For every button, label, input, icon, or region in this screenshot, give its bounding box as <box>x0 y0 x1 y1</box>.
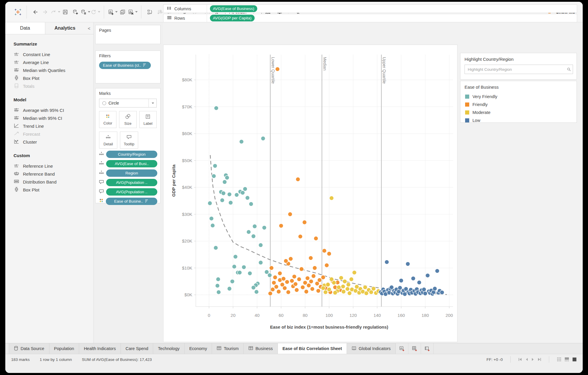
new-worksheet-tab-button[interactable] <box>396 343 408 354</box>
mark-circle[interactable] <box>268 273 272 278</box>
mark-circle[interactable] <box>209 216 214 221</box>
filter-pill[interactable]: Ease of Business (cl.. <box>99 62 151 69</box>
mark-button-color[interactable]: Color <box>99 111 116 128</box>
mark-circle[interactable] <box>332 280 336 285</box>
mark-circle[interactable] <box>214 106 218 110</box>
mark-circle[interactable] <box>307 283 311 288</box>
sheet-tab-economy[interactable]: Economy <box>185 343 212 354</box>
mark-circle[interactable] <box>216 277 220 282</box>
save-icon[interactable] <box>60 7 70 17</box>
mark-circle[interactable] <box>232 265 236 269</box>
back-arrow-icon[interactable] <box>30 7 40 17</box>
mark-circle[interactable] <box>254 290 259 294</box>
mark-circle[interactable] <box>322 249 327 253</box>
mark-circle[interactable] <box>385 260 389 264</box>
mark-circle[interactable] <box>349 277 354 282</box>
mark-circle[interactable] <box>348 291 352 295</box>
mark-circle[interactable] <box>283 286 287 290</box>
mark-circle[interactable] <box>321 275 325 280</box>
mark-circle[interactable] <box>285 280 289 284</box>
mark-circle[interactable] <box>310 287 315 291</box>
mark-circle[interactable] <box>333 290 338 295</box>
mark-circle[interactable] <box>223 180 227 184</box>
mark-circle[interactable] <box>233 255 238 259</box>
mark-circle[interactable] <box>313 266 317 270</box>
mark-circle[interactable] <box>242 265 246 269</box>
mark-circle[interactable] <box>317 278 322 282</box>
analytics-item-distribution-band[interactable]: Distribution Band <box>5 178 93 186</box>
mark-circle[interactable] <box>341 284 345 289</box>
mark-circle[interactable] <box>305 276 310 280</box>
mark-pill[interactable]: AVG(Ease of Busi.. <box>106 160 157 167</box>
mark-circle[interactable] <box>248 271 252 275</box>
analytics-item-trend-line[interactable]: Trend Line <box>5 122 93 130</box>
sheet-tab-business[interactable]: Business <box>244 343 278 354</box>
mark-circle[interactable] <box>325 263 329 268</box>
mark-button-detail[interactable]: Detail <box>99 132 117 149</box>
legend-item-friendly[interactable]: Friendly <box>460 100 577 108</box>
nav-first-icon[interactable] <box>518 358 522 361</box>
mark-circle[interactable] <box>275 67 280 71</box>
sheet-tab-population[interactable]: Population <box>49 343 79 354</box>
mark-circle[interactable] <box>261 136 265 141</box>
mark-circle[interactable] <box>323 290 328 295</box>
sheet-tab-technology[interactable]: Technology <box>153 343 184 354</box>
mark-pill[interactable]: Country/Region <box>106 151 157 158</box>
duplicate-sheet-icon[interactable] <box>118 7 128 17</box>
mark-circle[interactable] <box>251 234 256 238</box>
mark-pill[interactable]: Region <box>106 169 157 177</box>
mark-circle[interactable] <box>238 270 242 275</box>
mark-circle[interactable] <box>303 280 307 285</box>
mark-circle[interactable] <box>321 286 325 290</box>
mark-circle[interactable] <box>216 290 221 295</box>
mark-circle[interactable] <box>279 223 283 228</box>
mark-circle[interactable] <box>345 287 350 291</box>
mark-circle[interactable] <box>273 275 277 280</box>
mark-circle[interactable] <box>208 201 212 206</box>
mark-circle[interactable] <box>399 278 403 283</box>
mark-circle[interactable] <box>278 271 282 275</box>
tableau-logo[interactable] <box>13 7 23 17</box>
scatter-plot[interactable]: 020406080100120140160180200$0K$10K$20K$3… <box>163 50 457 341</box>
mark-circle[interactable] <box>277 290 281 294</box>
analytics-item-cluster[interactable]: Cluster <box>5 138 93 146</box>
analytics-item-box-plot[interactable]: Box Plot <box>5 74 93 82</box>
mark-circle[interactable] <box>288 212 292 216</box>
mark-pill[interactable]: AVG(Population .. <box>106 188 157 196</box>
sheet-tab-ease-of-biz-correlation-sheet[interactable]: Ease of Biz Correlation Sheet <box>278 343 347 354</box>
analytics-item-reference-band[interactable]: Reference Band <box>5 170 93 178</box>
rows-field-pill[interactable]: AVG(GDP per Capita) <box>210 15 255 21</box>
mark-circle[interactable] <box>304 290 309 294</box>
mark-circle[interactable] <box>227 287 232 291</box>
pause-updates-icon[interactable] <box>80 7 90 17</box>
mark-circle[interactable] <box>243 187 247 191</box>
mark-circle[interactable] <box>251 285 256 290</box>
tab-analytics[interactable]: Analytics <box>45 22 85 34</box>
mark-circle[interactable] <box>211 223 215 228</box>
mark-circle[interactable] <box>258 260 263 265</box>
mark-circle[interactable] <box>337 285 341 290</box>
mark-circle[interactable] <box>249 202 253 206</box>
mark-circle[interactable] <box>272 280 276 285</box>
mark-circle[interactable] <box>425 273 430 278</box>
mark-type-select[interactable]: Circle <box>99 99 157 107</box>
mark-circle[interactable] <box>295 288 299 292</box>
mark-circle[interactable] <box>346 282 351 287</box>
mark-circle[interactable] <box>309 256 313 260</box>
sheet-tab-tourism[interactable]: Tourism <box>212 343 244 354</box>
mark-circle[interactable] <box>284 259 288 263</box>
mark-circle[interactable] <box>235 193 239 197</box>
tab-data[interactable]: Data <box>5 22 45 34</box>
sheet-tab-care-spend[interactable]: Care Spend <box>121 343 153 354</box>
mark-circle[interactable] <box>225 176 229 180</box>
swap-rows-columns-icon[interactable] <box>145 7 155 17</box>
mark-circle[interactable] <box>311 274 316 278</box>
analytics-item-box-plot[interactable]: Box Plot <box>5 186 93 194</box>
mark-circle[interactable] <box>240 191 245 195</box>
analytics-item-reference-line[interactable]: Reference Line <box>5 162 93 170</box>
view-grid-icon[interactable] <box>557 357 562 362</box>
mark-circle[interactable] <box>213 164 217 168</box>
analytics-item-average-with-95-ci[interactable]: Average with 95% CI <box>5 106 93 114</box>
mark-circle[interactable] <box>230 279 235 284</box>
mark-circle[interactable] <box>221 191 226 196</box>
